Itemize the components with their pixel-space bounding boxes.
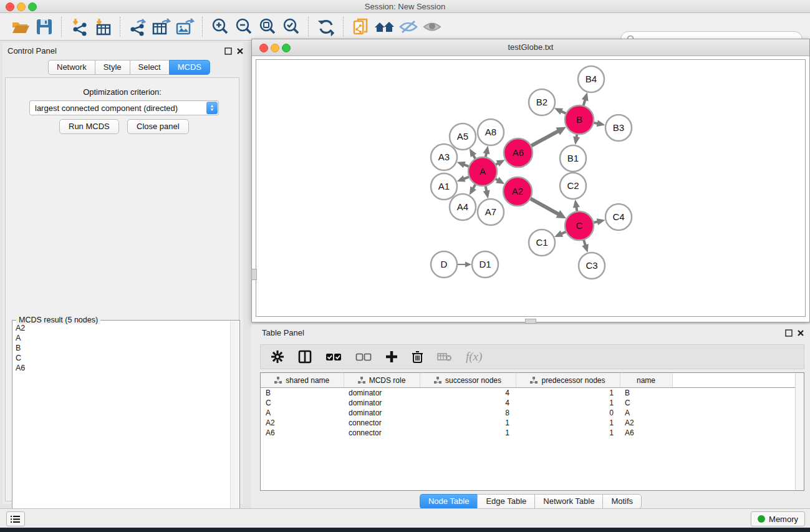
tab-node-table[interactable]: Node Table: [420, 494, 478, 509]
memory-status-icon: [758, 515, 765, 523]
cell-name[interactable]: B: [620, 388, 672, 399]
cell-shared-name[interactable]: A6: [261, 428, 344, 438]
cell-name[interactable]: C: [620, 398, 672, 408]
cell-successor-nodes[interactable]: 4: [420, 398, 516, 408]
run-mcds-button[interactable]: Run MCDS: [59, 119, 119, 134]
tab-motifs[interactable]: Motifs: [602, 494, 642, 509]
add-column-icon[interactable]: [385, 351, 398, 363]
table-row[interactable]: A6connector11A6: [261, 428, 804, 438]
node-label-A4: A4: [457, 201, 468, 212]
close-table-panel-icon[interactable]: [797, 328, 806, 337]
cell-MCDS-role[interactable]: dominator: [344, 388, 420, 399]
select-all-icon[interactable]: [325, 353, 342, 361]
zoom-fit-icon[interactable]: [256, 16, 279, 38]
cell-shared-name[interactable]: C: [261, 398, 344, 408]
tab-network-table[interactable]: Network Table: [534, 494, 602, 509]
zoom-out-icon[interactable]: [232, 16, 256, 38]
cell-predecessor-nodes[interactable]: 1: [516, 428, 620, 438]
cell-predecessor-nodes[interactable]: 1: [516, 418, 620, 428]
column-label: MCDS role: [369, 376, 406, 385]
cell-shared-name[interactable]: A2: [261, 418, 344, 428]
cell-successor-nodes[interactable]: 1: [420, 418, 516, 428]
import-table-icon[interactable]: [91, 16, 115, 38]
cell-successor-nodes[interactable]: 8: [420, 408, 516, 418]
open-folder-icon[interactable]: [9, 16, 32, 38]
column-header-name[interactable]: name: [620, 373, 672, 388]
export-network-icon[interactable]: [126, 16, 150, 38]
columns-icon[interactable]: [298, 350, 312, 364]
table-row[interactable]: Cdominator41C: [261, 398, 804, 408]
network-canvas[interactable]: B4B2BB3A5A8A6B1A3AC2A1A2A4A7C4CC1DD1C3: [256, 59, 806, 317]
edge-A2-C[interactable]: [530, 198, 561, 215]
delete-icon[interactable]: [412, 350, 423, 364]
cell-shared-name[interactable]: A: [261, 408, 344, 418]
column-header-MCDS-role[interactable]: MCDS role: [344, 373, 420, 388]
mcds-panel: Optimization criterion: largest connecte…: [5, 77, 239, 501]
cell-predecessor-nodes[interactable]: 1: [516, 398, 620, 408]
cell-MCDS-role[interactable]: dominator: [344, 398, 420, 408]
cell-predecessor-nodes[interactable]: 1: [516, 388, 620, 399]
cell-successor-nodes[interactable]: 4: [420, 388, 516, 399]
column-header-shared-name[interactable]: shared name: [261, 373, 344, 388]
refresh-icon[interactable]: [314, 16, 338, 38]
close-panel-button[interactable]: Close panel: [127, 119, 189, 134]
mcds-result-item[interactable]: A6: [16, 363, 231, 373]
edge-A6-B[interactable]: [531, 130, 560, 146]
table-scrollbar[interactable]: [795, 373, 804, 490]
mcds-result-item[interactable]: B: [16, 343, 231, 353]
column-header-successor-nodes[interactable]: successor nodes: [420, 373, 516, 388]
cell-MCDS-role[interactable]: dominator: [344, 408, 420, 418]
zoom-in-icon[interactable]: [208, 16, 232, 38]
column-label: name: [637, 376, 655, 385]
cell-shared-name[interactable]: B: [261, 388, 344, 399]
tab-style[interactable]: Style: [95, 60, 130, 75]
home-icon[interactable]: [373, 16, 397, 38]
control-panel-title: Control Panel: [7, 46, 57, 56]
optimization-criterion-select[interactable]: largest connected component (directed) ▲…: [29, 100, 219, 115]
float-table-panel-icon[interactable]: [785, 328, 794, 337]
cell-MCDS-role[interactable]: connector: [344, 428, 420, 438]
zoom-selected-icon[interactable]: [279, 16, 303, 38]
arrowhead-C-C2: [573, 200, 580, 208]
column-header-predecessor-nodes[interactable]: predecessor nodes: [516, 373, 620, 388]
network-canvas-svg: B4B2BB3A5A8A6B1A3AC2A1A2A4A7C4CC1DD1C3: [256, 60, 806, 317]
export-table-icon[interactable]: [150, 16, 173, 38]
table-row[interactable]: Adominator80A: [261, 408, 804, 418]
vertical-scrollbar-stub[interactable]: [251, 269, 257, 280]
mcds-result-list[interactable]: A2ABCA6: [13, 323, 231, 531]
deselect-all-icon[interactable]: [355, 353, 372, 361]
cell-successor-nodes[interactable]: 1: [420, 428, 516, 438]
export-image-icon[interactable]: [173, 16, 197, 38]
close-panel-icon[interactable]: [236, 46, 245, 55]
function-builder-icon[interactable]: f(x): [466, 350, 482, 364]
cell-MCDS-role[interactable]: connector: [344, 418, 420, 428]
tab-edge-table[interactable]: Edge Table: [477, 494, 534, 509]
delete-table-icon[interactable]: [437, 352, 452, 362]
show-all-icon[interactable]: [420, 16, 444, 38]
gear-icon[interactable]: [271, 350, 284, 364]
node-label-C: C: [576, 220, 583, 231]
cell-predecessor-nodes[interactable]: 0: [516, 408, 620, 418]
mcds-result-scrollbar[interactable]: [230, 321, 239, 531]
arrowhead-B-B3: [597, 120, 605, 127]
float-panel-icon[interactable]: [224, 46, 233, 55]
import-network-icon[interactable]: [67, 16, 91, 38]
table-row[interactable]: A2connector11A2: [261, 418, 804, 428]
mcds-result-item[interactable]: C: [16, 353, 231, 363]
tab-network[interactable]: Network: [48, 60, 95, 75]
mcds-result-item[interactable]: A: [16, 333, 231, 343]
copy-network-icon[interactable]: [349, 16, 373, 38]
tab-select[interactable]: Select: [130, 60, 169, 75]
mcds-result-item[interactable]: A2: [16, 323, 231, 333]
save-icon[interactable]: [32, 16, 56, 38]
tab-mcds[interactable]: MCDS: [169, 60, 210, 75]
memory-button[interactable]: Memory: [751, 511, 805, 526]
horizontal-scrollbar-stub[interactable]: [525, 319, 536, 324]
hide-selected-icon[interactable]: [397, 16, 420, 38]
task-history-button[interactable]: [6, 511, 25, 526]
optimization-criterion-label: Optimization criterion:: [6, 87, 239, 97]
cell-name[interactable]: A2: [620, 418, 672, 428]
table-row[interactable]: Bdominator41B: [261, 388, 804, 399]
cell-name[interactable]: A6: [620, 428, 672, 438]
cell-name[interactable]: A: [620, 408, 672, 418]
